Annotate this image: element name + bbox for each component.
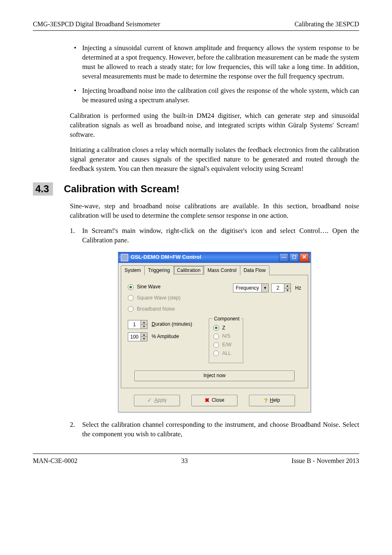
radio-broadband-noise[interactable] [128,306,134,312]
tab-calibration[interactable]: Calibration [173,265,204,276]
step-number: 1. [70,226,75,235]
component-z-label: Z [222,325,225,332]
inject-now-button[interactable]: Inject now [134,371,295,381]
apply-label: Apply [154,397,166,404]
amplitude-spin-down[interactable]: ▼ [141,337,147,341]
component-group: Component Z N/S E/W ALL [209,318,244,363]
tab-triggering[interactable]: Triggering [144,265,174,276]
frequency-value: 2 [272,284,284,292]
calibration-pane: Sine Wave Square Wave (step) Broadband N… [121,275,308,388]
amplitude-label: % Amplitude [152,333,179,340]
minimize-button[interactable]: — [279,253,288,262]
footer-right: Issue B - November 2013 [292,457,359,465]
broadband-noise-label: Broadband Noise [137,306,175,313]
duration-input[interactable]: 1 ▲ ▼ [128,320,148,329]
tab-system[interactable]: System [121,265,145,276]
help-label: Help [270,397,280,404]
component-all-label: ALL [222,350,231,357]
duration-spin-down[interactable]: ▼ [141,325,147,329]
frequency-spin-up[interactable]: ▲ [284,284,291,288]
frequency-spin-down[interactable]: ▼ [284,288,291,292]
step-text: In Scream!'s main window, right-click on… [82,227,359,244]
step-item: 2. Select the calibration channel corres… [70,420,359,439]
square-wave-label: Square Wave (step) [137,295,180,302]
component-ew-label: E/W [222,341,232,348]
tab-strip: System Triggering Calibration Mass Contr… [118,263,311,276]
check-icon: ✓ [147,396,152,405]
step-text: Select the calibration channel correspon… [82,421,359,438]
app-icon [121,254,128,261]
frequency-combo-label: Frequency [233,285,262,292]
hz-label: Hz [295,285,301,292]
radio-component-ns[interactable] [213,334,219,339]
section-number: 4.3 [33,182,53,196]
maximize-button[interactable]: ☐ [289,253,299,262]
amplitude-input[interactable]: 100 ▲ ▼ [128,332,148,341]
component-ns-label: N/S [222,333,231,340]
question-icon: ? [264,396,268,405]
radio-component-all[interactable] [213,350,219,356]
radio-component-z[interactable] [213,325,219,331]
footer-left: MAN-C3E-0002 [33,457,77,465]
apply-button[interactable]: ✓ Apply [134,395,180,406]
radio-sine-wave[interactable] [128,284,134,290]
footer-page-number: 33 [181,457,188,465]
amplitude-spin-up[interactable]: ▲ [141,333,147,337]
close-label: Close [212,397,224,404]
bullet-item: Injecting a sinusoidal current of known … [70,43,359,81]
paragraph: Sine-wave, step and broadband noise cali… [70,201,359,220]
bullet-item: Injecting broadband noise into the calib… [70,86,359,105]
amplitude-value: 100 [128,333,141,341]
control-dialog: GSL-DEMO DM+FW Control — ☐ ✕ System Trig… [118,252,311,412]
help-button[interactable]: ? Help [249,395,295,406]
tab-mass-control[interactable]: Mass Control [204,265,240,276]
header-right: Calibrating the 3ESPCD [295,21,359,28]
frequency-value-input[interactable]: 2 ▲ ▼ [271,283,291,292]
duration-spin-up[interactable]: ▲ [141,320,147,325]
step-number: 2. [70,420,75,429]
titlebar: GSL-DEMO DM+FW Control — ☐ ✕ [118,252,311,263]
step-item: 1. In Scream!'s main window, right-click… [70,226,359,245]
radio-square-wave[interactable] [128,295,134,301]
duration-label: Duration (minutes) [152,321,192,328]
frequency-combo[interactable]: Frequency ▼ [233,283,269,292]
bullet-list: Injecting a sinusoidal current of known … [70,43,359,105]
paragraph: Initiating a calibration closes a relay … [70,145,359,173]
section-title: Calibration with Scream! [64,183,179,195]
window-title: GSL-DEMO DM+FW Control [131,253,279,261]
paragraph: Calibration is performed using the built… [70,111,359,139]
sine-wave-label: Sine Wave [137,283,161,290]
close-window-button[interactable]: ✕ [300,253,309,262]
tab-data-flow[interactable]: Data Flow [240,265,270,276]
chevron-down-icon[interactable]: ▼ [261,284,268,292]
duration-value: 1 [128,320,141,329]
radio-component-ew[interactable] [213,342,219,348]
close-button[interactable]: ✖ Close [191,395,238,406]
header-left: CMG-3ESPCD Digital Broadband Seismometer [33,21,160,28]
component-group-title: Component [212,315,241,322]
x-icon: ✖ [205,396,210,405]
